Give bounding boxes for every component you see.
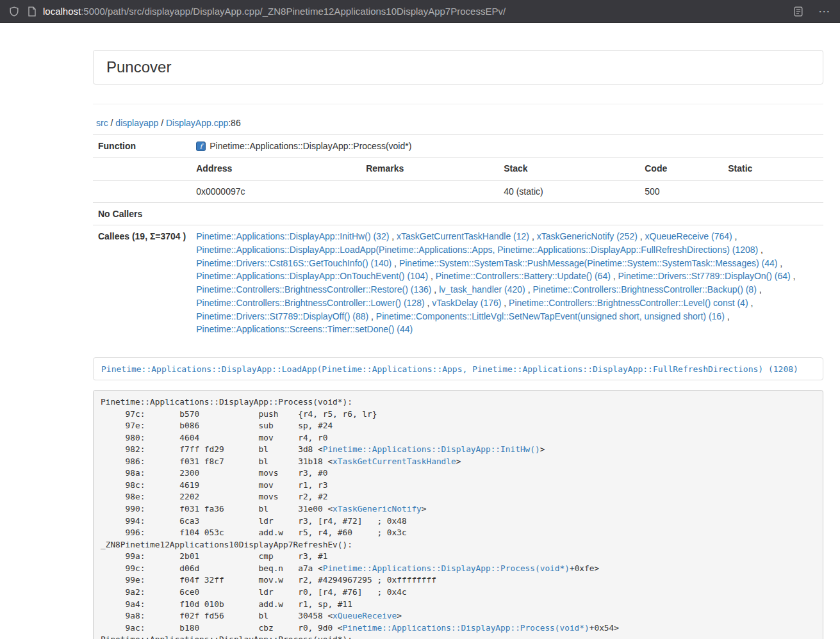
callee-link[interactable]: Pinetime::Applications::DisplayApp::OnTo… [196, 271, 428, 281]
code-symbol-link[interactable]: xTaskGetCurrentTaskHandle [333, 457, 456, 466]
callee-link[interactable]: Pinetime::Controllers::BrightnessControl… [532, 284, 756, 295]
callees-row: Callees (19, Σ=3704 ) Pinetime::Applicat… [93, 225, 823, 341]
column-header-address: Address [191, 158, 361, 180]
function-label: Function [93, 135, 191, 158]
breadcrumb-separator: / [108, 118, 116, 128]
toolbar-actions: ⋯ [794, 5, 831, 17]
callee-link[interactable]: Pinetime::Drivers::St7789::DisplayOff() … [196, 311, 368, 321]
app-title-panel: Puncover [93, 50, 823, 85]
function-icon: f [196, 142, 206, 151]
divider [93, 104, 823, 104]
callee-link[interactable]: Pinetime::Drivers::Cst816S::GetTouchInfo… [196, 258, 391, 268]
callee-link[interactable]: xTaskGetCurrentTaskHandle (12) [397, 231, 529, 241]
breadcrumb: src / displayapp / DisplayApp.cpp:86 [96, 118, 820, 128]
no-callers-empty-cell [191, 202, 823, 225]
function-row: Function f Pinetime::Applications::Displ… [93, 135, 823, 158]
symbol-panel-heading: Pinetime::Applications::DisplayApp::Load… [93, 357, 823, 380]
url-path: :5000/path/src/displayapp/DisplayApp.cpp… [81, 6, 506, 17]
code-symbol-link[interactable]: Pinetime::Applications::DisplayApp::Proc… [323, 563, 570, 573]
breadcrumb-link[interactable]: src [96, 118, 108, 128]
page-info-icon[interactable] [28, 6, 37, 17]
callee-link[interactable]: Pinetime::Controllers::BrightnessControl… [509, 298, 748, 308]
callee-link[interactable]: Pinetime::Applications::DisplayApp::Init… [196, 231, 389, 241]
callee-link[interactable]: Pinetime::Components::LittleVgl::SetNewT… [376, 311, 725, 321]
no-callers-row: No Callers [93, 202, 823, 225]
column-header-code: Code [639, 158, 723, 180]
empty-label-cell [93, 158, 191, 180]
function-name: Pinetime::Applications::DisplayApp::Proc… [210, 141, 411, 151]
callee-link[interactable]: Pinetime::Applications::DisplayApp::Load… [196, 245, 758, 255]
reader-mode-icon[interactable] [794, 6, 803, 17]
cell-stack: 40 (static) [498, 180, 639, 202]
url-host: localhost [43, 6, 81, 17]
callee-link[interactable]: Pinetime::Applications::Screens::Timer::… [196, 324, 413, 334]
column-header-remarks: Remarks [361, 158, 498, 180]
function-table: Function f Pinetime::Applications::Displ… [93, 134, 823, 341]
cell-address: 0x0000097c [191, 180, 361, 202]
breadcrumb-link[interactable]: DisplayApp.cpp [166, 118, 228, 128]
column-header-static: Static [723, 158, 823, 180]
breadcrumb-link[interactable]: displayapp [115, 118, 158, 128]
function-name-cell: f Pinetime::Applications::DisplayApp::Pr… [191, 135, 823, 158]
callee-link[interactable]: xTaskGenericNotify (252) [537, 231, 638, 241]
overflow-menu-icon[interactable]: ⋯ [818, 5, 831, 17]
breadcrumb-separator: :86 [228, 118, 240, 128]
callee-link[interactable]: Pinetime::Controllers::BrightnessControl… [196, 298, 424, 308]
symbol-link[interactable]: Pinetime::Applications::DisplayApp::Load… [101, 364, 798, 374]
callee-link[interactable]: Pinetime::Controllers::BrightnessControl… [196, 284, 431, 295]
no-callers-label: No Callers [93, 202, 191, 225]
disassembly-block: Pinetime::Applications::DisplayApp::Proc… [93, 390, 823, 639]
cell-remarks [361, 180, 498, 202]
cell-static [723, 180, 823, 202]
empty-label-cell [93, 180, 191, 202]
column-header-stack: Stack [498, 158, 639, 180]
columns-header-row: AddressRemarksStackCodeStatic [93, 158, 823, 180]
callee-link[interactable]: Pinetime::Controllers::Battery::Update()… [436, 271, 611, 281]
values-row: 0x0000097c40 (static)500 [93, 180, 823, 202]
callees-label: Callees (19, Σ=3704 ) [93, 225, 191, 341]
page-content: Puncover src / displayapp / DisplayApp.c… [93, 23, 823, 639]
callee-link[interactable]: Pinetime::Drivers::St7789::DisplayOn() (… [618, 271, 791, 281]
app-title: Puncover [106, 58, 810, 76]
shield-icon[interactable] [9, 6, 19, 17]
cell-code: 500 [639, 180, 723, 202]
callees-list: Pinetime::Applications::DisplayApp::Init… [191, 225, 823, 341]
callee-link[interactable]: vTaskDelay (176) [432, 298, 501, 308]
code-symbol-link[interactable]: Pinetime::Applications::DisplayApp::Proc… [343, 623, 589, 633]
code-symbol-link[interactable]: xTaskGenericNotify [333, 504, 422, 514]
browser-toolbar: localhost:5000/path/src/displayapp/Displ… [0, 0, 840, 23]
breadcrumb-separator: / [158, 118, 166, 128]
callee-link[interactable]: xQueueReceive (764) [645, 231, 732, 241]
callee-link[interactable]: Pinetime::System::SystemTask::PushMessag… [399, 258, 778, 268]
callee-link[interactable]: lv_task_handler (420) [439, 284, 525, 295]
code-symbol-link[interactable]: xQueueReceive [333, 611, 397, 620]
url-bar[interactable]: localhost:5000/path/src/displayapp/Displ… [43, 6, 794, 17]
code-symbol-link[interactable]: Pinetime::Applications::DisplayApp::Init… [323, 444, 540, 454]
